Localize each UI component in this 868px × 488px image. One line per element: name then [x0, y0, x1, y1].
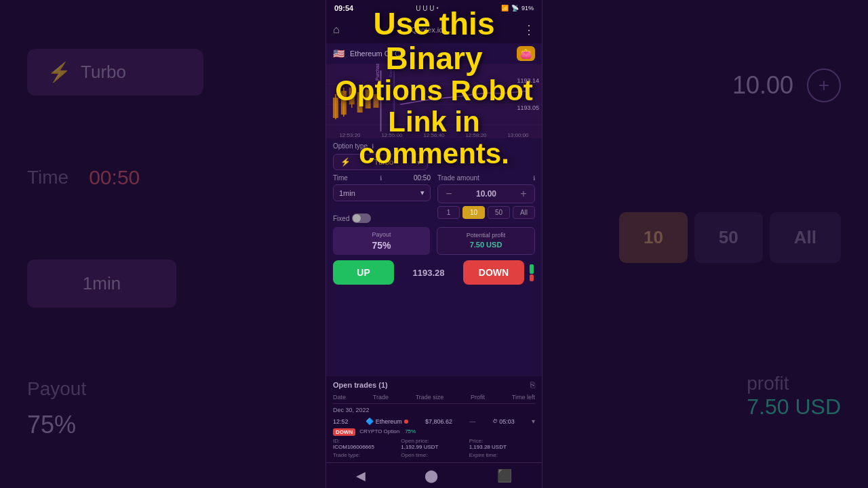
time-label: Time	[333, 174, 348, 182]
trades-table-header: Date Trade Trade size Profit Time left	[333, 394, 535, 404]
turbo-select-label: Turbo	[374, 158, 393, 166]
trade-date: Dec 30, 2022	[333, 407, 535, 413]
battery-text: 91%	[521, 5, 534, 12]
time-trade-row: Time ℹ 00:50 1min ▾ Fixed Trade amou	[333, 174, 535, 223]
amount-minus-btn[interactable]: −	[442, 188, 456, 200]
payout-box: Payout 75%	[333, 227, 430, 255]
bg-time-value: 00:50	[89, 166, 140, 189]
payout-profit-row: Payout 75% Potential profit 7.50 USD	[333, 227, 535, 255]
red-bar	[530, 274, 534, 281]
fixed-toggle-switch[interactable]	[352, 214, 371, 223]
time-info-icon[interactable]: ℹ	[380, 175, 382, 182]
clock-icon: ⏱	[492, 418, 498, 424]
time-select-chevron: ▾	[420, 188, 425, 197]
svg-rect-14	[393, 70, 394, 131]
bg-quick-btns: 10 50 All	[619, 212, 841, 263]
svg-rect-11	[374, 94, 379, 108]
down-button[interactable]: DOWN	[463, 260, 524, 285]
phone-frame: 09:54 U U U • 📶 📡 91% ⌂ Quotex.io/... ⋮ …	[326, 0, 542, 488]
bottom-nav: ◀ ⬤ ⬛	[326, 462, 542, 488]
payout-value: 75%	[338, 240, 425, 251]
svg-text:Purchase deadline: Purchase deadline	[375, 64, 380, 81]
info-id-val: ICOM106006665	[333, 444, 399, 450]
trade-amount-info-icon[interactable]: ℹ	[533, 175, 535, 182]
turbo-bolt-icon: ⚡	[340, 157, 351, 167]
trade-amount-input[interactable]: − 10.00 +	[437, 184, 535, 203]
quick-btn-all[interactable]: All	[513, 206, 535, 219]
th-time: Time left	[512, 394, 535, 401]
bg-add-btn: +	[807, 68, 841, 102]
quick-btn-50[interactable]: 50	[488, 206, 510, 219]
svg-rect-12	[380, 70, 382, 131]
time-header: Time ℹ 00:50	[333, 174, 431, 182]
recents-button[interactable]: ⬛	[497, 468, 512, 483]
fixed-label: Fixed	[333, 215, 349, 222]
trade-time-left-value: 05:03	[499, 418, 515, 425]
bg-time-select: 1min	[27, 260, 176, 308]
more-menu-icon[interactable]: ⋮	[523, 22, 535, 37]
info-id-key: ID:	[333, 438, 399, 444]
turbo-select[interactable]: ⚡ Turbo ▾	[333, 154, 428, 170]
bg-time-select-label: 1min	[83, 273, 121, 293]
bg-profit-label: profit	[747, 373, 841, 394]
chart-time-3: 12:58:20	[465, 132, 486, 138]
bg-profit-section: profit 7.50 USD	[747, 373, 841, 420]
back-button[interactable]: ◀	[356, 468, 366, 483]
chart-price-labels: 1193.14 1193.05	[517, 77, 539, 111]
trade-asset: 🔷 Ethereum	[366, 418, 408, 425]
table-row[interactable]: 12:52 🔷 Ethereum $7,806.62 — ⏱ 05:03 ▾	[333, 415, 535, 427]
trade-profit: —	[469, 418, 475, 425]
bg-turbo-label: Turbo	[81, 62, 126, 83]
export-icon[interactable]: ⎘	[530, 380, 535, 390]
option-type-label: Option type	[333, 142, 368, 150]
info-id: ID: ICOM106006665	[333, 438, 399, 450]
toggle-thumb	[353, 214, 361, 222]
time-select[interactable]: 1min ▾	[333, 184, 431, 201]
status-time: 09:54	[334, 4, 353, 12]
profit-label: Potential profit	[443, 232, 529, 239]
svg-rect-10	[366, 89, 371, 108]
svg-rect-9	[357, 92, 363, 113]
asset-name[interactable]: Ethereum OTC	[350, 49, 400, 58]
signal-icon: 📡	[511, 5, 519, 12]
trade-size: $7,806.62	[425, 418, 452, 425]
bg-left: ⚡ Turbo Time 00:50 1min Payout 75%	[27, 0, 332, 488]
info-expire-time-key: Expire time:	[469, 452, 535, 458]
option-type-info-icon[interactable]: ℹ	[372, 143, 374, 150]
time-value: 00:50	[414, 174, 431, 182]
nav-title: Quotex.io/...	[411, 26, 451, 34]
home-icon[interactable]: ⌂	[333, 24, 340, 36]
bg-amount-row: 10.00 +	[732, 68, 841, 102]
status-bar: 09:54 U U U • 📶 📡 91%	[326, 0, 542, 16]
info-open-price-val: 1,192.99 USDT	[401, 444, 467, 450]
th-trade: Trade	[373, 394, 389, 401]
trade-amount-label: Trade amount	[437, 174, 479, 182]
chart-time-2: 12:56:40	[423, 132, 444, 138]
svg-text:Expiry time: Expiry time	[389, 64, 393, 77]
chart-area: Purchase deadline Expiry time 1193.14 11…	[326, 64, 542, 138]
fixed-toggle: Fixed	[333, 214, 431, 223]
amount-plus-btn[interactable]: +	[517, 188, 530, 200]
info-expire-time: Expire time:	[469, 452, 535, 458]
wallet-icon[interactable]: 👛	[517, 46, 535, 61]
payout-label: Payout	[338, 231, 425, 238]
sub-nav: 🇺🇸 Ethereum OTC 👛	[326, 43, 542, 64]
flag-icon: 🇺🇸	[333, 48, 344, 59]
expand-icon[interactable]: ▾	[532, 418, 535, 425]
trade-detail-row: DOWN CRYPTO Option 75%	[333, 428, 535, 436]
up-button[interactable]: UP	[333, 260, 394, 285]
pct-badge: 75%	[405, 428, 416, 436]
chart-time-0: 12:53:20	[339, 132, 360, 138]
th-size: Trade size	[416, 394, 444, 401]
profit-value: 7.50 USD	[443, 241, 529, 249]
turbo-chevron-icon: ▾	[417, 159, 420, 166]
top-nav: ⌂ Quotex.io/... ⋮	[326, 16, 542, 43]
th-date: Date	[333, 394, 346, 401]
trade-info-grid: ID: ICOM106006665 Open price: 1,192.99 U…	[333, 438, 535, 458]
quick-btn-10[interactable]: 10	[462, 206, 485, 219]
info-open-time: Open time:	[401, 452, 467, 458]
trade-amount-header: Trade amount ℹ	[437, 174, 535, 182]
quick-btn-1[interactable]: 1	[437, 206, 460, 219]
bg-profit-value: 7.50 USD	[747, 394, 841, 420]
home-button[interactable]: ⬤	[425, 468, 438, 483]
